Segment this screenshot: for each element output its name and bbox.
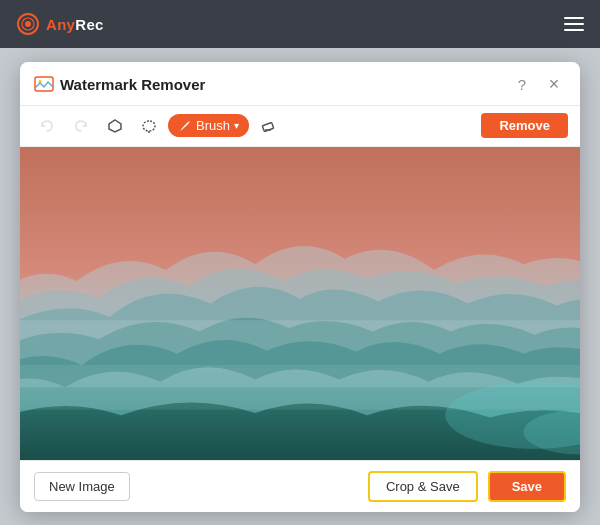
image-canvas-area — [20, 147, 580, 460]
svg-point-1 — [25, 21, 31, 27]
watermark-remover-dialog: Watermark Remover ? × — [20, 62, 580, 512]
brush-tool-button[interactable]: Brush ▾ — [168, 114, 249, 137]
dialog-title-area: Watermark Remover — [34, 74, 205, 94]
help-button[interactable]: ? — [510, 72, 534, 96]
undo-icon — [39, 118, 55, 134]
brush-icon — [178, 119, 192, 133]
dialog-header-actions: ? × — [510, 72, 566, 96]
app-title-any: Any — [46, 16, 75, 33]
lasso-tool-button[interactable] — [134, 112, 164, 140]
brush-chevron-icon: ▾ — [234, 120, 239, 131]
app-title-rec: Rec — [75, 16, 103, 33]
redo-icon — [73, 118, 89, 134]
redo-button[interactable] — [66, 112, 96, 140]
polygon-tool-button[interactable] — [100, 112, 130, 140]
svg-marker-5 — [109, 120, 121, 132]
app-logo: AnyRec — [16, 12, 104, 36]
toolbar: Brush ▾ Remove — [20, 106, 580, 147]
landscape-image — [20, 147, 580, 460]
save-button[interactable]: Save — [488, 471, 566, 502]
app-bar: AnyRec — [0, 0, 600, 48]
hamburger-menu-button[interactable] — [564, 17, 584, 31]
remove-button[interactable]: Remove — [481, 113, 568, 138]
eraser-tool-button[interactable] — [253, 112, 283, 140]
close-button[interactable]: × — [542, 72, 566, 96]
brush-label: Brush — [196, 118, 230, 133]
dialog-header: Watermark Remover ? × — [20, 62, 580, 106]
main-background: Watermark Remover ? × — [0, 48, 600, 525]
lasso-icon — [141, 118, 157, 134]
new-image-button[interactable]: New Image — [34, 472, 130, 501]
crop-save-button[interactable]: Crop & Save — [368, 471, 478, 502]
watermark-remover-icon — [34, 74, 54, 94]
dialog-title: Watermark Remover — [60, 76, 205, 93]
anyrec-logo-icon — [16, 12, 40, 36]
eraser-icon — [260, 118, 276, 134]
bottom-bar: New Image Crop & Save Save — [20, 460, 580, 512]
bottom-right-actions: Crop & Save Save — [368, 471, 566, 502]
app-title: AnyRec — [46, 16, 104, 33]
undo-button[interactable] — [32, 112, 62, 140]
polygon-icon — [107, 118, 123, 134]
